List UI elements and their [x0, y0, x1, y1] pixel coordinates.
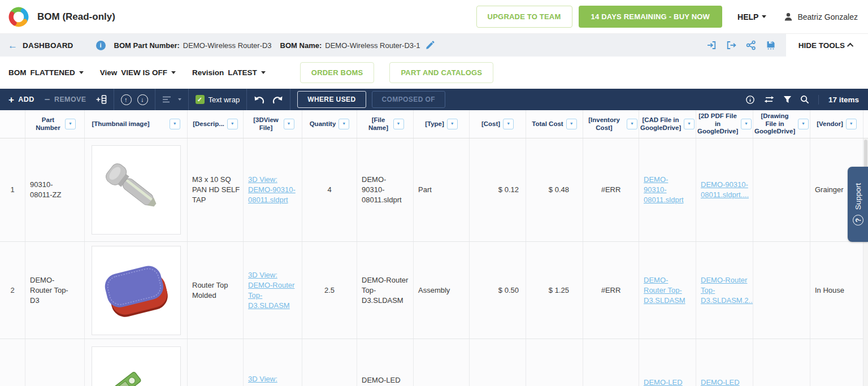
save-icon[interactable]: [766, 40, 776, 50]
bom-type-value: FLATTENED: [31, 68, 75, 77]
column-label: [Drawing File in GoogleDrive]: [754, 112, 795, 136]
3dview-link[interactable]: 3D View: DEMO-Router Top-D3.SLDASM: [248, 270, 296, 311]
cell-thumbnail: [85, 242, 188, 339]
filter-icon[interactable]: [783, 96, 792, 103]
upgrade-to-team-button[interactable]: UPGRADE TO TEAM: [476, 6, 572, 28]
column-filter-button[interactable]: ▼: [684, 119, 695, 129]
column-filter-button[interactable]: ▼: [447, 119, 458, 129]
order-boms-button[interactable]: ORDER BOMS: [300, 62, 375, 83]
pdf-file-link[interactable]: DEMO-LED: [701, 378, 740, 386]
column-filter-button[interactable]: ▼: [170, 119, 180, 129]
column-filter-button[interactable]: ▼: [846, 119, 857, 129]
add-label: ADD: [18, 96, 34, 103]
view-dropdown[interactable]: View VIEW IS OFF: [100, 68, 176, 77]
column-filter-button[interactable]: ▼: [627, 119, 637, 129]
move-up-icon[interactable]: ↑: [121, 94, 132, 105]
support-tab[interactable]: Support ?: [848, 167, 868, 242]
move-down-icon[interactable]: ↓: [137, 94, 148, 105]
column-filter-button[interactable]: ▼: [227, 119, 238, 129]
import-icon[interactable]: [706, 40, 717, 50]
3dview-link[interactable]: 3D View: DEMO-90310-08011.sldprt: [248, 175, 296, 205]
edit-pencil-icon[interactable]: [426, 41, 435, 50]
cad-file-link[interactable]: DEMO-Router Top-D3.SLDASM: [644, 275, 690, 306]
user-name: Beatriz Gonzalez: [797, 12, 858, 21]
cell-file-name: DEMO-Router Top-D3.SLDASM: [357, 242, 414, 339]
composed-of-button[interactable]: COMPOSED OF: [372, 91, 445, 108]
cell-vendor: In House: [810, 242, 863, 339]
bom-type-dropdown[interactable]: BOM FLATTENED: [8, 68, 84, 77]
led-board-image: [94, 363, 148, 386]
cell-cost: $ 0.50: [470, 242, 526, 339]
cell-type: [414, 339, 470, 386]
cell-inventory-cost: [583, 339, 639, 386]
cell-total-cost: [526, 339, 583, 386]
chevron-down-icon: [79, 71, 84, 74]
cell-part-number: [25, 339, 85, 386]
column-filter-button[interactable]: ▼: [284, 119, 294, 129]
user-menu[interactable]: Beatriz Gonzalez: [783, 12, 858, 22]
info-icon[interactable]: i: [96, 41, 106, 50]
plus-icon: +: [8, 95, 14, 105]
column-header-description: [Descrip... ▼: [188, 110, 244, 138]
remove-row-button[interactable]: − REMOVE: [45, 95, 86, 105]
page-title: BOM (Read-only): [37, 11, 115, 23]
help-menu[interactable]: HELP: [737, 12, 766, 21]
cell-2d-pdf-file: DEMO-90310-08011.sldprt....: [696, 138, 753, 241]
part-and-catalogs-button[interactable]: PART AND CATALOGS: [389, 62, 493, 83]
transfer-arrows-icon[interactable]: [763, 96, 775, 103]
add-column-button[interactable]: [96, 94, 107, 105]
info-circle-icon[interactable]: [745, 95, 755, 105]
column-filter-button[interactable]: ▼: [741, 119, 752, 129]
cell-3dview: 3D View: DEMO-Router Top-D3.SLDASM: [244, 242, 302, 339]
history-buttons: [254, 96, 283, 104]
cell-description: Router Top Molded: [188, 242, 244, 339]
bom-type-label: BOM: [8, 68, 27, 77]
undo-icon[interactable]: [254, 96, 265, 104]
pdf-file-link[interactable]: DEMO-90310-08011.sldprt....: [701, 180, 750, 200]
cad-file-link[interactable]: DEMO-90310-08011.sldprt: [644, 175, 690, 205]
router-top-image: [94, 248, 179, 333]
column-filter-button[interactable]: ▼: [798, 119, 809, 129]
column-label: [2D PDF File in GoogleDrive]: [697, 112, 738, 136]
search-icon[interactable]: [800, 95, 809, 104]
redo-icon[interactable]: [272, 96, 283, 104]
column-header-cad-file: [CAD File in GoogleDrive] ▼: [639, 110, 696, 138]
hide-tools-toggle[interactable]: HIDE TOOLS: [786, 34, 868, 57]
revision-value: LATEST: [228, 68, 257, 77]
move-buttons: ↑ ↓: [121, 94, 148, 105]
revision-label: Revision: [192, 68, 224, 77]
question-circle-icon: ?: [853, 215, 863, 225]
text-wrap-toggle[interactable]: ✓ Text wrap: [196, 95, 240, 104]
hide-tools-label: HIDE TOOLS: [798, 41, 845, 50]
where-used-button[interactable]: WHERE USED: [297, 91, 366, 108]
bom-app-page: BOM (Read-only) UPGRADE TO TEAM 14 DAYS …: [0, 0, 868, 386]
back-arrow-icon: ←: [8, 41, 18, 50]
export-icon[interactable]: [726, 40, 736, 50]
column-filter-button[interactable]: ▼: [65, 119, 76, 129]
share-icon[interactable]: [746, 40, 756, 50]
cad-file-link[interactable]: DEMO-LED: [644, 378, 683, 386]
user-icon: [783, 12, 793, 22]
cell-2d-pdf-file: DEMO-Router Top-D3.SLDASM.2...: [696, 242, 753, 339]
column-filter-button[interactable]: ▼: [393, 119, 404, 129]
pdf-file-link[interactable]: DEMO-Router Top-D3.SLDASM.2...: [701, 275, 753, 306]
row-height-menu[interactable]: [162, 96, 181, 103]
trial-buy-now-button[interactable]: 14 DAYS REMAINING - BUY NOW: [579, 6, 723, 28]
column-filter-button[interactable]: ▼: [338, 119, 349, 129]
column-filter-button[interactable]: ▼: [566, 119, 577, 129]
row-height-icon: [162, 96, 172, 103]
revision-dropdown[interactable]: Revision LATEST: [192, 68, 266, 77]
thumbnail-screw: [92, 145, 181, 235]
cell-file-name: DEMO-90310-08011.sldprt: [357, 138, 414, 241]
column-label: [Vendor]: [817, 120, 843, 128]
column-filter-button[interactable]: ▼: [503, 119, 514, 129]
column-header-file-name: [File Name] ▼: [357, 110, 414, 138]
cell-drawing-file: [753, 242, 810, 339]
3dview-link[interactable]: 3D View:: [248, 374, 277, 384]
app-header: BOM (Read-only) UPGRADE TO TEAM 14 DAYS …: [0, 0, 868, 34]
add-row-button[interactable]: + ADD: [8, 95, 34, 105]
back-to-dashboard[interactable]: ← DASHBOARD: [8, 41, 73, 50]
chevron-down-icon: [762, 15, 766, 18]
grid-toolbar: + ADD − REMOVE ↑ ↓ ✓ Text wrap: [0, 89, 868, 110]
row-number: 2: [0, 242, 25, 339]
